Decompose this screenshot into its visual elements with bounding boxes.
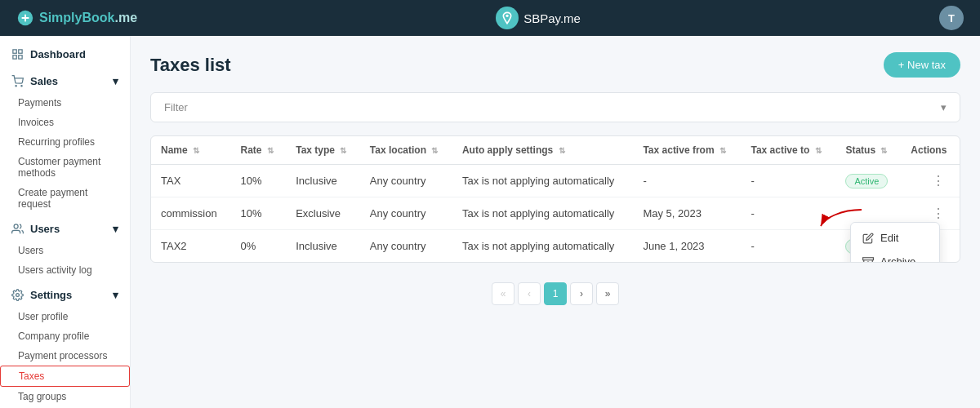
new-tax-button[interactable]: + New tax	[884, 52, 960, 78]
table-row: TAX 10% Inclusive Any country Tax is not…	[151, 165, 960, 197]
sidebar-item-user-profile[interactable]: User profile	[0, 307, 130, 326]
cell-active-from: June 1, 2023	[633, 230, 741, 263]
sidebar-item-taxes[interactable]: Taxes	[0, 366, 130, 387]
sbpay-label: SBPay.me	[523, 11, 581, 25]
sidebar-dashboard-label: Dashboard	[30, 48, 86, 60]
pagination-current[interactable]: 1	[544, 282, 567, 305]
col-status[interactable]: Status ⇅	[835, 136, 901, 165]
cell-name: TAX2	[151, 230, 230, 263]
chevron-down-icon: ▾	[113, 223, 118, 235]
pagination-next[interactable]: ›	[570, 282, 593, 305]
sbpay-icon	[496, 7, 519, 29]
row-actions-button[interactable]: ⋮	[927, 205, 950, 222]
cell-active-to: -	[741, 165, 835, 197]
sidebar-item-recurring[interactable]: Recurring profiles	[0, 132, 130, 152]
col-tax-type[interactable]: Tax type ⇅	[286, 136, 360, 165]
svg-rect-2	[13, 50, 16, 53]
pagination-first[interactable]: «	[492, 282, 514, 305]
taxes-table: Name ⇅ Rate ⇅ Tax type ⇅ Tax location ⇅ …	[150, 135, 960, 263]
table-row: commission 10% Exclusive Any country Tax…	[151, 197, 960, 230]
cell-tax-type: Inclusive	[286, 165, 360, 197]
col-tax-location[interactable]: Tax location ⇅	[360, 136, 452, 165]
sidebar-section-settings: Settings ▾ User profile Company profile …	[0, 283, 130, 406]
col-actions: Actions	[901, 136, 960, 165]
col-rate[interactable]: Rate ⇅	[230, 136, 286, 165]
sidebar-section-sales: Sales ▾ Payments Invoices Recurring prof…	[0, 69, 130, 214]
sort-icon: ⇅	[815, 146, 822, 155]
sort-icon: ⇅	[880, 146, 887, 155]
cell-rate: 10%	[230, 197, 286, 230]
col-auto-apply[interactable]: Auto apply settings ⇅	[452, 136, 633, 165]
filter-label: Filter	[164, 101, 188, 113]
sort-icon: ⇅	[340, 146, 346, 155]
sidebar-item-create-payment[interactable]: Create payment request	[0, 183, 130, 214]
sidebar-item-payment-processors[interactable]: Payment processors	[0, 346, 130, 366]
actions-dropdown: Edit Archive	[850, 222, 940, 263]
sidebar-section-dashboard: Dashboard	[0, 42, 130, 66]
svg-point-6	[16, 86, 16, 86]
sidebar-item-tag-groups[interactable]: Tag groups	[0, 387, 130, 406]
sort-icon: ⇅	[193, 146, 199, 155]
cell-auto-apply: Tax is not applying automatically	[452, 165, 633, 197]
cell-name: TAX	[151, 165, 230, 197]
cell-rate: 10%	[230, 165, 286, 197]
cell-active-from: May 5, 2023	[633, 197, 741, 230]
pagination-last[interactable]: »	[596, 282, 619, 305]
col-name[interactable]: Name ⇅	[151, 136, 230, 165]
sidebar-item-activity-log[interactable]: Users activity log	[0, 260, 130, 280]
archive-icon	[862, 256, 874, 264]
pagination: « ‹ 1 › »	[150, 276, 960, 312]
pagination-prev[interactable]: ‹	[518, 282, 541, 305]
cell-actions: ⋮ Edit Archive	[901, 197, 960, 230]
svg-point-1	[506, 15, 508, 17]
cell-rate: 0%	[230, 230, 286, 263]
sidebar-item-company-profile[interactable]: Company profile	[0, 326, 130, 346]
cell-active-to: -	[741, 197, 835, 230]
chevron-down-icon: ▾	[113, 75, 118, 87]
cell-actions: ⋮	[901, 165, 960, 197]
col-active-from[interactable]: Tax active from ⇅	[633, 136, 741, 165]
cell-auto-apply: Tax is not applying automatically	[452, 197, 633, 230]
logo[interactable]: SimplyBook.me	[16, 9, 137, 27]
sidebar-item-customer-payment[interactable]: Customer payment methods	[0, 152, 130, 183]
edit-label: Edit	[880, 232, 898, 244]
edit-icon	[862, 233, 874, 244]
page-title: Taxes list	[150, 55, 231, 76]
sort-icon: ⇅	[719, 146, 726, 155]
edit-action[interactable]: Edit	[851, 226, 939, 250]
sidebar-header-sales[interactable]: Sales ▾	[0, 69, 130, 93]
main-layout: Dashboard Sales ▾ Payments Invoices Recu…	[0, 36, 980, 408]
sidebar: Dashboard Sales ▾ Payments Invoices Recu…	[0, 36, 131, 408]
cell-active-from: -	[633, 165, 741, 197]
cell-tax-location: Any country	[360, 197, 452, 230]
svg-rect-5	[13, 55, 16, 59]
archive-action[interactable]: Archive	[851, 250, 939, 263]
svg-rect-4	[19, 55, 22, 59]
status-badge: Active	[845, 174, 888, 188]
col-active-to[interactable]: Tax active to ⇅	[741, 136, 835, 165]
cell-tax-type: Exclusive	[286, 197, 360, 230]
sidebar-header-settings[interactable]: Settings ▾	[0, 283, 130, 307]
archive-label: Archive	[880, 255, 915, 263]
sidebar-users-label: Users	[30, 223, 60, 235]
sidebar-item-users[interactable]: Users	[0, 241, 130, 260]
page-header: Taxes list + New tax	[150, 52, 960, 78]
table-row: TAX2 0% Inclusive Any country Tax is not…	[151, 230, 960, 263]
sidebar-item-dashboard[interactable]: Dashboard	[0, 42, 130, 66]
sidebar-item-payments[interactable]: Payments	[0, 93, 130, 113]
row-actions-button[interactable]: ⋮	[927, 172, 950, 189]
sidebar-header-users[interactable]: Users ▾	[0, 217, 130, 241]
svg-point-7	[21, 86, 22, 86]
cell-tax-type: Inclusive	[286, 230, 360, 263]
top-navigation: SimplyBook.me SBPay.me T	[0, 0, 980, 36]
brand-center: SBPay.me	[496, 7, 581, 29]
cell-active-to: -	[741, 230, 835, 263]
cell-tax-location: Any country	[360, 165, 452, 197]
sidebar-item-invoices[interactable]: Invoices	[0, 113, 130, 132]
filter-bar[interactable]: Filter ▾	[150, 92, 960, 122]
sales-icon	[11, 75, 24, 87]
user-avatar[interactable]: T	[939, 6, 964, 30]
logo-text: SimplyBook.me	[39, 11, 137, 25]
cell-auto-apply: Tax is not applying automatically	[452, 230, 633, 263]
chevron-down-icon: ▾	[113, 289, 118, 301]
